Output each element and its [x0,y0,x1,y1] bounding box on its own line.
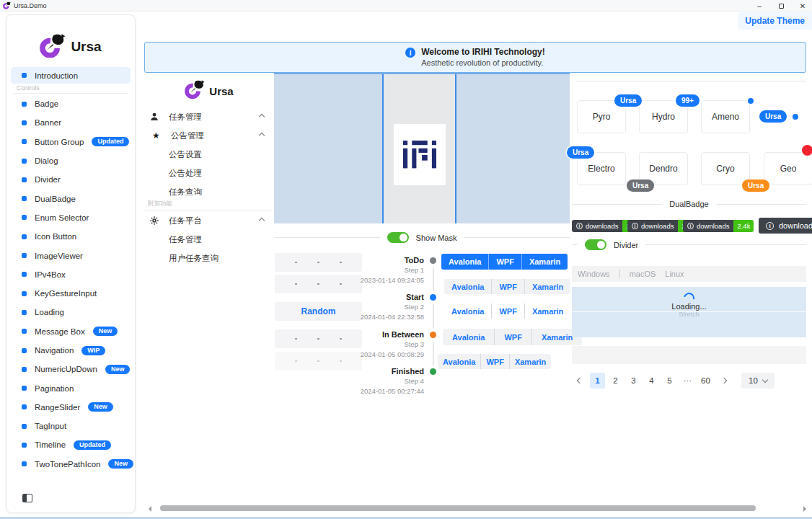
timeline-entry-in-between: In Between Step 3 2024-01-05 00:08:29 [341,330,424,359]
prev-page-button[interactable] [572,373,587,389]
bullet-icon [22,139,27,144]
horizontal-scrollbar-thumb[interactable] [160,505,756,511]
avalonia-button[interactable]: Avalonia [441,254,488,270]
bullet-icon [22,73,27,78]
bullet-icon [22,424,27,429]
sidebar-logo-text: Ursa [71,39,101,55]
xamarin-button[interactable]: Xamarin [521,254,568,270]
bullet-icon [22,443,27,448]
viewer-crop-left-line[interactable] [382,74,384,223]
bullet-icon [22,348,27,353]
bullet-icon [22,120,27,125]
next-page-button[interactable] [716,373,731,389]
sidebar-item-ipv4box[interactable]: IPv4Box [6,265,135,284]
bullet-icon [22,386,27,391]
sidebar-item-badge[interactable]: Badge [6,94,135,113]
status-badge: Updated [74,440,111,450]
sidebar-item-divider[interactable]: Divider [6,170,135,189]
chevron-down-icon [762,376,768,382]
chevron-up-icon [259,114,265,120]
avalonia-button[interactable]: Avalonia [444,279,491,294]
sidebar-item-dialog[interactable]: Dialog [6,151,135,170]
page-ellipsis[interactable]: ··· [680,373,695,389]
page-button-2[interactable]: 2 [608,373,623,389]
octet-dot [340,360,342,363]
sidebar-item-dualbadge[interactable]: DualBadge [6,189,135,208]
empty-list-row [572,346,806,364]
sidebar-item-twotonepathicon[interactable]: TwoTonePathIconNew [6,455,135,474]
page-button-5[interactable]: 5 [662,373,677,389]
avalonia-button[interactable]: Avalonia [438,354,480,369]
page-size-select[interactable]: 10 [741,373,775,389]
card-label: Cryo [716,164,734,174]
bullet-icon [22,234,27,239]
page-button-1[interactable]: 1 [590,373,605,389]
timeline-step: Step 1 [341,265,424,275]
sidebar-item-icon-button[interactable]: Icon Button [6,227,135,246]
wpf-button[interactable]: WPF [491,303,524,319]
octet-dot [317,338,319,340]
chevron-up-icon [259,133,265,138]
sidebar-item-keygestureinput[interactable]: KeyGestureInput [6,284,135,303]
bullet-icon [22,329,27,334]
xamarin-button[interactable]: Xamarin [509,354,551,369]
wpf-button[interactable]: WPF [491,279,524,294]
octet-dot [317,283,319,285]
wpf-button[interactable]: WPF [494,329,531,345]
avalonia-button[interactable]: Avalonia [444,303,491,319]
info-circle-icon: i [766,222,774,230]
close-button[interactable]: ✕ [795,0,811,12]
page-button-60[interactable]: 60 [698,373,713,389]
show-mask-toggle[interactable] [387,232,409,243]
image-viewer[interactable] [274,74,570,223]
sidebar-item-imageviewer[interactable]: ImageViewer [6,246,135,265]
avalonia-button[interactable]: Avalonia [443,329,494,345]
octet-dot [317,262,319,264]
sidebar-item-introduction[interactable]: Introduction [11,67,131,84]
xamarin-button[interactable]: Xamarin [524,279,570,294]
divider-toggle[interactable] [585,239,606,250]
xamarin-button[interactable]: Xamarin [524,303,570,319]
gear-icon [150,216,159,225]
menu-item-task-management[interactable]: 任务管理 [144,231,273,248]
menu-item-announcement-handling[interactable]: 公告处理 [144,164,273,182]
wpf-button[interactable]: WPF [488,254,521,270]
maximize-button[interactable] [773,0,789,12]
divider-demo-row: Divider [572,239,806,250]
sidebar-item-taginput[interactable]: TagInput [6,417,135,435]
sidebar-collapse-icon[interactable] [22,494,32,502]
sidebar-item-label: TagInput [35,422,66,430]
sidebar-item-loading[interactable]: Loading [6,303,135,321]
menu-item-user-task-query[interactable]: 用户任务查询 [144,249,273,267]
sidebar-item-button-group[interactable]: Button GroupUpdated [6,133,135,151]
sidebar-item-enum-selector[interactable]: Enum Selector [6,208,135,227]
sidebar-item-rangeslider[interactable]: RangeSliderNew [6,398,135,417]
menu-item-announcement-settings[interactable]: 公告设置 [144,146,273,163]
update-theme-button[interactable]: Update Theme [738,12,812,30]
page-button-4[interactable]: 4 [644,373,659,389]
divider-line [274,237,380,238]
sidebar-item-banner[interactable]: Banner [6,113,135,132]
sidebar-section-label: Controls [17,84,40,92]
menu-group-label: 任务管理 [169,112,202,123]
sidebar-item-navigation[interactable]: NavigationWIP [6,341,135,360]
tab-macos[interactable]: macOS [630,270,656,278]
page-button-3[interactable]: 3 [626,373,641,389]
tab-linux[interactable]: Linux [665,270,684,278]
dual-badge-left-label: downloads [779,221,812,230]
sidebar-item-message-box[interactable]: Message BoxNew [6,322,135,341]
viewer-crop-right-line[interactable] [455,74,456,223]
sidebar-item-numericupdown[interactable]: NumericUpDownNew [6,360,135,378]
dot-badge-standalone [793,114,798,120]
scroll-left-arrow[interactable] [146,506,151,512]
sidebar-item-timeline[interactable]: TimelineUpdated [6,435,135,454]
menu-item-task-query[interactable]: 任务查询 [144,183,273,200]
wpf-button[interactable]: WPF [480,354,508,369]
tab-windows[interactable]: Windows [578,270,610,278]
menu-group-task-platform[interactable]: 任务平台 [144,212,273,229]
menu-group-task-management[interactable]: 任务管理 [144,108,273,125]
minimize-button[interactable]: – [751,0,767,12]
sidebar-item-pagination[interactable]: Pagination [6,378,135,397]
menu-group-announcement[interactable]: ★ 公告管理 [144,127,273,144]
scroll-right-arrow[interactable] [803,506,809,512]
